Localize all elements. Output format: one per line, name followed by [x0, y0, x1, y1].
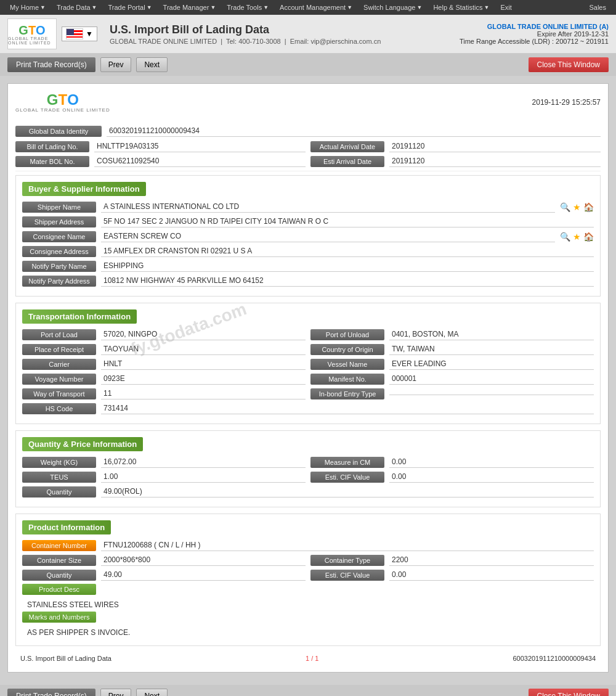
quantity-label: Quantity — [22, 486, 96, 497]
nav-arrow: ▼ — [416, 4, 422, 10]
record-logo-t: T — [59, 91, 68, 108]
header-bar: G T O GLOBAL TRADE ONLINE LIMITED ▼ U.S.… — [0, 15, 616, 54]
product-desc-row: Product Desc — [22, 584, 594, 595]
vessel-name-col: Vessel Name EVER LEADING — [310, 358, 594, 370]
card-footer: U.S. Import Bill of Lading Data 1 / 1 60… — [15, 652, 601, 665]
print-button[interactable]: Print Trade Record(s) — [7, 57, 95, 72]
container-type-value: 2200 — [389, 554, 594, 566]
bottom-toolbar: Print Trade Record(s) Prev Next Close Th… — [0, 685, 616, 696]
record-logo: G T O GLOBAL TRADE ONLINE LIMITED — [15, 91, 110, 113]
manifest-no-label: Manifest No. — [310, 374, 384, 385]
nav-trade-manager[interactable]: Trade Manager ▼ — [158, 2, 221, 12]
mbol-col: Mater BOL No. COSU6211092540 — [15, 155, 306, 167]
nav-my-home[interactable]: My Home ▼ — [5, 2, 51, 12]
flag-selector[interactable]: ▼ — [62, 27, 97, 41]
flag-dropdown-arrow[interactable]: ▼ — [86, 30, 93, 38]
global-data-identity-label: Global Data Identity — [15, 126, 102, 137]
nav-trade-tools[interactable]: Trade Tools ▼ — [222, 2, 274, 12]
consignee-search-icon[interactable]: 🔍 — [560, 232, 570, 242]
quantity-row: Quantity 49.00(ROL) — [22, 486, 594, 497]
nav-help-statistics[interactable]: Help & Statistics ▼ — [428, 2, 494, 12]
esti-cif-value-label: Esti. CIF Value — [310, 472, 384, 483]
next-button[interactable]: Next — [136, 57, 168, 72]
weight-value: 16,072.00 — [101, 456, 306, 468]
carrier-value: HNLT — [101, 358, 306, 370]
notify-party-name-row: Notify Party Name ESHIPPING — [22, 260, 594, 272]
product-info-section: Product Information Container Number FTN… — [15, 514, 601, 646]
account-ldr: Time Range Accessible (LDR) : 200712 ~ 2… — [460, 38, 609, 45]
consignee-address-row: Consignee Address 15 AMFLEX DR CRANSTON … — [22, 245, 594, 257]
product-cif-col: Esti. CIF Value 0.00 — [310, 569, 594, 581]
consignee-name-row: Consignee Name EASTERN SCREW CO 🔍 ★ 🏠 — [22, 231, 594, 242]
shipper-home-icon[interactable]: 🏠 — [583, 202, 594, 212]
teus-col: TEUS 1.00 — [22, 471, 306, 483]
product-info-header: Product Information — [22, 520, 111, 534]
nav-arrow: ▼ — [484, 4, 489, 10]
bottom-close-button[interactable]: Close This Window — [529, 689, 609, 696]
nav-arrow: ▼ — [40, 4, 46, 10]
consignee-home-icon[interactable]: 🏠 — [583, 232, 594, 242]
shipper-search-icon[interactable]: 🔍 — [560, 202, 570, 212]
manifest-no-value: 000001 — [389, 373, 594, 385]
esti-arrival-label: Esti Arrival Date — [310, 156, 384, 167]
nav-account-management[interactable]: Account Management ▼ — [275, 2, 357, 12]
bottom-next-button[interactable]: Next — [136, 689, 168, 696]
record-logo-g: G — [47, 91, 59, 108]
nav-trade-portal[interactable]: Trade Portal ▼ — [103, 2, 157, 12]
teus-cif-row: TEUS 1.00 Esti. CIF Value 0.00 — [22, 471, 594, 483]
container-type-label: Container Type — [310, 555, 384, 566]
marks-numbers-row: Marks and Numbers — [22, 612, 594, 623]
shipper-name-value: A STAINLESS INTERNATIONAL CO LTD — [101, 201, 555, 213]
teus-value: 1.00 — [101, 471, 306, 483]
notify-party-name-value: ESHIPPING — [101, 260, 594, 272]
port-unload-col: Port of Unload 0401, BOSTON, MA — [310, 329, 594, 340]
shipper-name-icons: 🔍 ★ 🏠 — [560, 202, 594, 212]
consignee-name-label: Consignee Name — [22, 231, 96, 242]
gio-logo-text: G T O GLOBAL TRADE ONLINE LIMITED — [8, 23, 56, 45]
way-transport-col: Way of Transport 11 — [22, 388, 306, 399]
shipper-star-icon[interactable]: ★ — [573, 202, 581, 212]
footer-page-info: 1 / 1 — [306, 655, 318, 662]
company-logo: G T O GLOBAL TRADE ONLINE LIMITED — [7, 18, 57, 49]
company-info: GLOBAL TRADE ONLINE LIMITED | Tel: 400-7… — [110, 38, 452, 45]
divider — [15, 171, 601, 171]
prev-button[interactable]: Prev — [100, 57, 132, 72]
nav-sales[interactable]: Sales — [584, 2, 611, 12]
nav-arrow: ▼ — [347, 4, 352, 10]
quantity-price-section: Quantity & Price Information Weight (KG)… — [15, 430, 601, 507]
marks-numbers-label: Marks and Numbers — [22, 612, 96, 623]
nav-switch-language[interactable]: Switch Language ▼ — [359, 2, 427, 12]
flag-canton — [67, 29, 74, 35]
company-email: Email: vip@pierschina.com.cn — [290, 38, 381, 45]
product-qty-cif-row: Quantity 49.00 Esti. CIF Value 0.00 — [22, 569, 594, 581]
bottom-prev-button[interactable]: Prev — [100, 689, 132, 696]
container-size-type-row: Container Size 2000*806*800 Container Ty… — [22, 554, 594, 566]
actual-arrival-col: Actual Arrival Date 20191120 — [310, 141, 601, 152]
country-of-origin-value: TW, TAIWAN — [389, 343, 594, 355]
product-desc-label: Product Desc — [22, 584, 96, 595]
consignee-star-icon[interactable]: ★ — [573, 232, 581, 242]
mbol-esti-row: Mater BOL No. COSU6211092540 Esti Arriva… — [15, 155, 601, 167]
close-window-button[interactable]: Close This Window — [529, 57, 609, 72]
voyage-number-label: Voyage Number — [22, 374, 96, 385]
measure-col: Measure in CM 0.00 — [310, 456, 594, 468]
actual-arrival-value: 20191120 — [389, 141, 601, 152]
logo-o: O — [36, 23, 46, 38]
place-receipt-col: Place of Receipt TAOYUAN — [22, 343, 306, 355]
measure-in-cm-value: 0.00 — [389, 456, 594, 468]
main-content: fy.gtodata.com G T O GLOBAL TRADE ONLINE… — [0, 76, 616, 685]
nav-trade-data[interactable]: Trade Data ▼ — [52, 2, 102, 12]
product-qty-col: Quantity 49.00 — [22, 569, 306, 581]
container-size-label: Container Size — [22, 555, 96, 566]
account-name: GLOBAL TRADE ONLINE LIMITED (A) — [460, 23, 609, 30]
record-header: G T O GLOBAL TRADE ONLINE LIMITED 2019-1… — [15, 91, 601, 118]
company-phone: Tel: 400-710-3008 — [226, 38, 281, 45]
way-of-transport-label: Way of Transport — [22, 388, 96, 399]
container-number-row: Container Number FTNU1200688 ( CN / L / … — [22, 539, 594, 551]
bottom-print-button[interactable]: Print Trade Record(s) — [7, 689, 95, 696]
nav-arrow: ▼ — [263, 4, 269, 10]
nav-exit[interactable]: Exit — [495, 2, 516, 12]
container-size-col: Container Size 2000*806*800 — [22, 554, 306, 566]
bol-col: Bill of Lading No. HNLTTP19A03135 — [15, 141, 306, 152]
carrier-vessel-row: Carrier HNLT Vessel Name EVER LEADING — [22, 358, 594, 370]
